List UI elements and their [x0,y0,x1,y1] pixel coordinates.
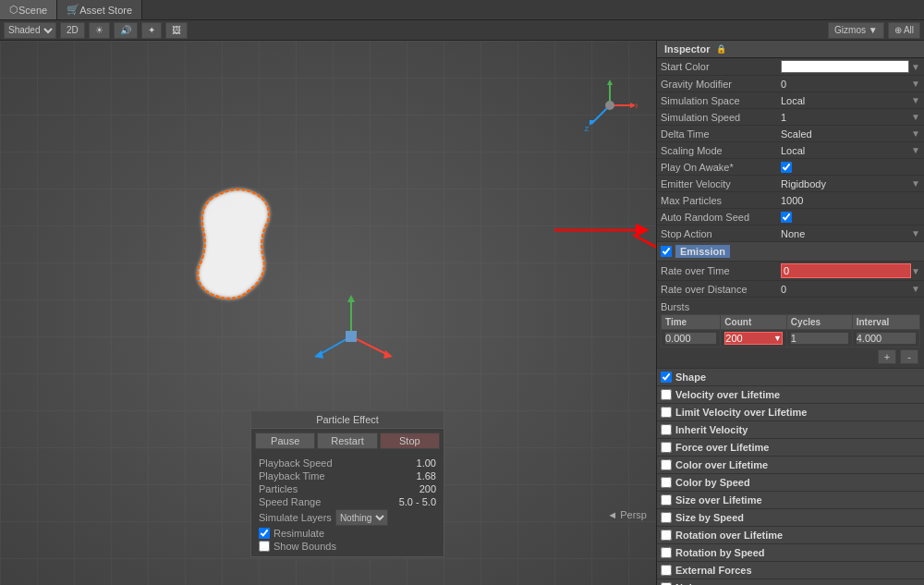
color-speed-module[interactable]: Color by Speed [657,474,924,492]
external-forces-module[interactable]: External Forces [657,562,924,579]
playback-speed-value: 1.00 [417,457,436,469]
rotation-speed-module[interactable]: Rotation by Speed [657,544,924,562]
transform-gizmo[interactable] [305,290,397,384]
speed-range-label: Speed Range [259,496,321,507]
force-lifetime-label: Force over Lifetime [675,442,769,453]
shape-checkbox[interactable] [661,372,672,383]
burst-interval-0[interactable] [857,333,916,344]
simulate-layers-label: Simulate Layers [259,512,332,523]
gizmos-button[interactable]: Gizmos ▼ [828,22,884,39]
gravity-modifier-row: Gravity Modifier 0 ▼ [657,76,924,92]
color-speed-checkbox[interactable] [661,477,672,488]
emission-enable-checkbox[interactable] [661,246,672,257]
all-button[interactable]: ⊕ All [888,22,920,39]
pause-button[interactable]: Pause [255,433,315,449]
simulation-space-value: Local [781,95,911,106]
start-color-swatch[interactable] [781,60,909,73]
dropdown-arrow-delta: ▼ [911,128,920,139]
size-lifetime-checkbox[interactable] [661,494,672,506]
velocity-lifetime-checkbox[interactable] [661,389,672,400]
restart-button[interactable]: Restart [317,433,377,449]
dropdown-arrow-stop: ▼ [911,228,920,238]
bursts-col-count: Count [721,315,787,330]
svg-marker-1 [607,79,613,85]
delta-time-value: Scaled [781,128,911,140]
audio-button[interactable]: 🔊 [114,22,138,39]
burst-cycles-0[interactable] [791,333,848,344]
2d-button[interactable]: 2D [60,22,85,39]
stop-button[interactable]: Stop [380,433,440,449]
playback-speed-row: Playback Speed 1.00 [259,457,436,469]
particles-row: Particles 200 [259,482,436,495]
force-lifetime-module[interactable]: Force over Lifetime [657,439,924,457]
rotation-lifetime-checkbox[interactable] [661,530,672,541]
inspector-lock-icon: 🔒 [716,44,726,54]
persp-label: ◄ Persp [607,509,647,520]
tab-scene[interactable]: ⬡ Scene [0,0,57,19]
simulation-space-row: Simulation Space Local ▼ [657,92,924,109]
red-arrow-2 [628,230,656,287]
dropdown-arrow-emitter: ▼ [911,178,920,189]
dropdown-arrow-sim-speed: ▼ [911,112,920,122]
simulate-layers-row: Simulate Layers Nothing [259,508,436,527]
velocity-lifetime-label: Velocity over Lifetime [675,389,780,400]
noise-module[interactable]: Noise [657,579,924,585]
dropdown-arrow-start-color: ▼ [911,62,920,72]
velocity-lifetime-module[interactable]: Velocity over Lifetime [657,386,924,404]
simulate-layers-select[interactable]: Nothing [335,509,388,526]
hidden-objects-button[interactable]: 🖼 [165,22,188,39]
playback-time-value: 1.68 [417,470,436,481]
scene-gizmo[interactable]: Y X Z [582,78,638,133]
auto-random-seed-checkbox[interactable] [781,212,792,223]
bursts-table: Time Count Cycles Interval [661,314,920,347]
effects-button[interactable]: ✦ [141,22,162,39]
burst-remove-button[interactable]: - [900,349,918,364]
auto-random-seed-label: Auto Random Seed [661,212,781,223]
color-lifetime-checkbox[interactable] [661,459,672,470]
burst-count-0[interactable] [725,333,773,344]
scaling-mode-label: Scaling Mode [661,145,781,156]
particle-panel-buttons: Pause Restart Stop [251,429,444,453]
bursts-label: Bursts [661,299,920,314]
emission-header[interactable]: Emission [657,242,924,262]
resimulate-label: Resimulate [274,528,324,539]
inherit-velocity-checkbox[interactable] [661,424,672,435]
shape-module[interactable]: Shape [657,369,924,386]
svg-text:Y: Y [607,78,613,79]
max-particles-row: Max Particles 1000 [657,192,924,209]
external-forces-checkbox[interactable] [661,565,672,576]
scaling-mode-value: Local [781,145,911,156]
play-on-awake-checkbox[interactable] [781,162,792,173]
gravity-modifier-label: Gravity Modifier [661,79,781,90]
toolbar: Shaded 2D ☀ 🔊 ✦ 🖼 Gizmos ▼ ⊕ All [0,20,924,41]
shading-mode-select[interactable]: Shaded [4,22,56,39]
limit-velocity-module[interactable]: Limit Velocity over Lifetime [657,404,924,421]
show-bounds-label: Show Bounds [274,541,336,552]
show-bounds-checkbox[interactable] [259,541,270,552]
limit-velocity-checkbox[interactable] [661,407,672,418]
rotation-lifetime-module[interactable]: Rotation over Lifetime [657,527,924,544]
inherit-velocity-module[interactable]: Inherit Velocity [657,421,924,439]
resimulate-checkbox[interactable] [259,528,270,539]
particle-panel-title: Particle Effect [251,411,444,429]
max-particles-label: Max Particles [661,195,781,206]
tab-asset-store[interactable]: 🛒 Asset Store [57,0,142,19]
bursts-actions: + - [661,347,920,366]
burst-time-0[interactable] [665,333,716,344]
color-lifetime-module[interactable]: Color over Lifetime [657,457,924,474]
size-speed-module[interactable]: Size by Speed [657,509,924,527]
rate-over-time-input[interactable] [781,263,911,278]
viewport[interactable]: Y X Z [0,41,656,585]
light-button[interactable]: ☀ [89,22,110,39]
force-lifetime-checkbox[interactable] [661,442,672,453]
burst-add-button[interactable]: + [878,349,896,364]
particle-shape [185,179,277,299]
dropdown-arrow-rot: ▼ [911,266,920,276]
size-lifetime-module[interactable]: Size over Lifetime [657,492,924,509]
emitter-velocity-value: Rigidbody [781,178,911,189]
size-speed-checkbox[interactable] [661,512,672,523]
rotation-speed-checkbox[interactable] [661,547,672,558]
dropdown-arrow-rod: ▼ [911,284,920,294]
inspector-title: Inspector [664,43,711,55]
burst-count-dropdown[interactable]: ▼ [773,334,782,343]
